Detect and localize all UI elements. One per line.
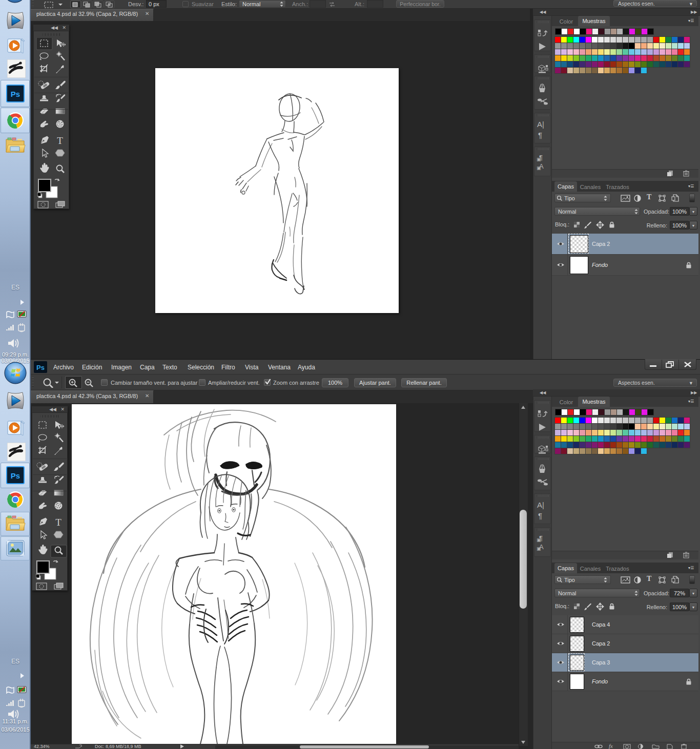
- svg-text:T: T: [55, 517, 61, 528]
- svg-text:Ps: Ps: [11, 90, 20, 98]
- svg-text:Ps: Ps: [11, 471, 20, 480]
- svg-text:T: T: [57, 135, 63, 146]
- svg-text:Ps: Ps: [36, 364, 45, 371]
